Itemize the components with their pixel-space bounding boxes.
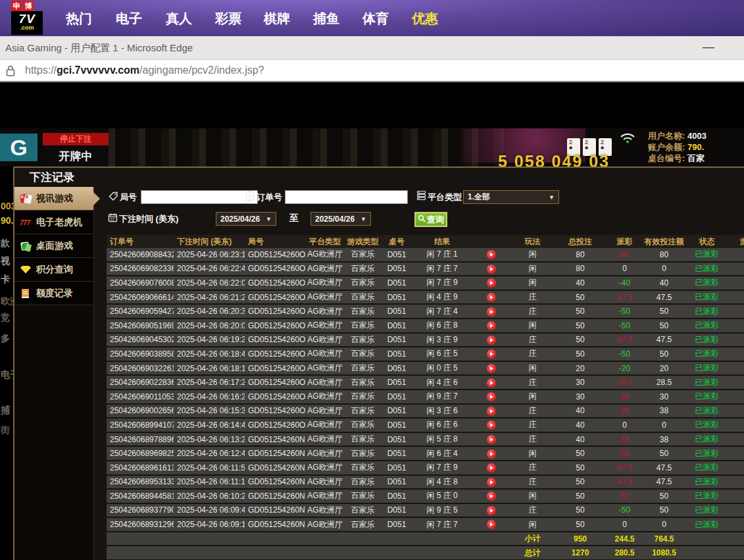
sidebar-item-label: 积分查询: [36, 264, 73, 276]
cell-game-type: 百家乐: [345, 519, 381, 530]
site-logo[interactable]: 申 博 7V .com: [11, 1, 44, 36]
chevron-down-icon: ▼: [266, 216, 272, 222]
cell-platform: AG欧洲厅: [305, 391, 345, 402]
lock-icon[interactable]: [5, 64, 16, 80]
play-icon[interactable]: [487, 307, 496, 317]
cell-status: 已派彩: [685, 263, 728, 274]
table-row: 2504260690026562025-04-26 06:15:33GD0512…: [107, 405, 744, 419]
cell-play-mode: 闲: [511, 391, 554, 402]
background-fragment: 捕: [1, 405, 10, 417]
sidebar-item[interactable]: 桌面游戏: [14, 234, 93, 258]
cell-status: 已派彩: [685, 391, 728, 402]
cell-bet-time: 2025-04-26 06:18:46: [174, 349, 245, 359]
cell-game-type: 百家乐: [345, 434, 381, 445]
address-bar[interactable]: https://gci.7vvvvvv.com/agingame/pcv2/in…: [0, 60, 744, 82]
bet-record-modal: 下注记录 视讯游戏777电子老虎机桌面游戏积分查询额度记录 局号 订单号 平台类…: [13, 166, 744, 560]
cell-game-type: 百家乐: [345, 476, 381, 488]
nav-item[interactable]: 优惠: [412, 10, 438, 28]
table-row: 2504260690228362025-04-26 06:17:25GD0512…: [107, 376, 744, 390]
cell-table-no: D051: [381, 293, 412, 302]
cell-game-type: 百家乐: [345, 249, 381, 260]
table-row: 2504260690666142025-04-26 06:21:20GD0512…: [107, 291, 744, 305]
cell-status: 已派彩: [685, 505, 728, 516]
logo-text: 7V: [11, 13, 43, 25]
play-icon[interactable]: [487, 463, 496, 472]
play-icon[interactable]: [487, 520, 496, 529]
cell-valid-bet: 50: [643, 505, 685, 515]
play-icon[interactable]: [487, 407, 496, 416]
nav-item[interactable]: 真人: [166, 10, 192, 28]
play-icon[interactable]: [487, 492, 496, 501]
cell-play-mode: 闲: [511, 320, 554, 331]
cell-order-no: 250426069088432: [107, 250, 174, 259]
date-to-select[interactable]: 2025/04/26▼: [310, 212, 371, 226]
sidebar-item[interactable]: 额度记录: [14, 282, 93, 305]
play-icon[interactable]: [487, 321, 496, 330]
play-icon[interactable]: [487, 293, 496, 302]
url-text[interactable]: https://gci.7vvvvvv.com/agingame/pcv2/in…: [25, 64, 264, 76]
cell-valid-bet: 47.5: [643, 463, 685, 472]
cell-bet-time: 2025-04-26 06:20:39: [174, 307, 245, 316]
play-icon[interactable]: [487, 278, 496, 288]
cell-platform: AG欧洲厅: [305, 490, 345, 501]
nav-item[interactable]: 体育: [362, 10, 389, 28]
play-icon[interactable]: [487, 349, 496, 359]
asia-gaming-logo: G: [0, 134, 37, 161]
cell-table-no: D051: [381, 364, 412, 373]
window-titlebar: Asia Gaming - 用户配置 1 - Microsoft Edge —: [0, 36, 744, 60]
modal-sidebar: 视讯游戏777电子老虎机桌面游戏积分查询额度记录: [14, 187, 94, 560]
play-icon[interactable]: [487, 250, 496, 259]
nav-item[interactable]: 棋牌: [264, 10, 290, 28]
play-icon[interactable]: [487, 364, 496, 373]
sidebar-item[interactable]: 777电子老虎机: [14, 211, 93, 234]
cell-table-no: D051: [381, 420, 412, 430]
sidebar-item[interactable]: 视讯游戏: [14, 187, 93, 211]
cell-game-type: 百家乐: [345, 462, 381, 473]
sidebar-item[interactable]: 积分查询: [14, 258, 93, 282]
cell-total-bet: 50: [554, 449, 607, 458]
slot-machines-image: [109, 128, 503, 166]
cell-play-mode: 庄: [511, 306, 554, 317]
background-fragment: 多: [1, 333, 10, 345]
play-icon[interactable]: [487, 449, 496, 459]
cell-payout: 38: [607, 406, 643, 415]
play-icon[interactable]: [487, 336, 496, 345]
cell-total-bet: 40: [554, 406, 607, 415]
cell-result: 闲 6 庄 8: [412, 320, 472, 331]
play-icon[interactable]: [487, 506, 496, 515]
play-icon[interactable]: [487, 392, 496, 401]
minimize-button[interactable]: —: [703, 40, 714, 54]
cell-valid-bet: 28.5: [643, 378, 685, 387]
nav-item[interactable]: 电子: [116, 10, 142, 28]
cell-status: 已派彩: [685, 519, 728, 530]
cell-result: 闲 5 庄 0: [412, 490, 472, 501]
cell-status: 已派彩: [685, 448, 728, 459]
background-fragment: 卡: [1, 274, 10, 286]
cell-total-bet: 50: [554, 492, 607, 501]
cell-payout: 80: [607, 250, 643, 259]
cell-replay: [472, 505, 511, 515]
cell-round-no: GD051254260NT: [245, 505, 305, 515]
play-icon[interactable]: [487, 478, 496, 487]
search-button[interactable]: 查询: [414, 212, 447, 227]
bet-records-table: 订单号下注时间 (美东)局号平台类型游戏类型桌号结果玩法总投注派彩有效投注额状态…: [107, 235, 744, 560]
cell-result: 闲 7 庄 4: [412, 306, 472, 317]
play-icon[interactable]: [487, 420, 496, 430]
table-row: 2504260689698252025-04-26 06:12:40GD0512…: [107, 447, 744, 461]
play-icon[interactable]: [487, 265, 496, 274]
nav-item[interactable]: 彩票: [215, 10, 241, 28]
date-from-select[interactable]: 2025/04/26▼: [216, 212, 276, 226]
nav-item[interactable]: 热门: [66, 10, 92, 28]
platform-type-select[interactable]: 1.全部▼: [463, 190, 559, 204]
cell-bet-time: 2025-04-26 06:12:40: [174, 449, 245, 458]
cell-status: 已派彩: [685, 277, 728, 288]
nav-item[interactable]: 捕鱼: [313, 10, 339, 28]
cell-status: 已派彩: [685, 462, 728, 473]
order-no-input[interactable]: [285, 190, 408, 204]
play-icon[interactable]: [487, 435, 496, 444]
cell-game-type: 百家乐: [345, 377, 381, 388]
cell-replay: [472, 320, 511, 330]
play-icon[interactable]: [487, 378, 496, 388]
round-no-input[interactable]: [141, 190, 258, 204]
cell-status: 已派彩: [685, 306, 728, 317]
